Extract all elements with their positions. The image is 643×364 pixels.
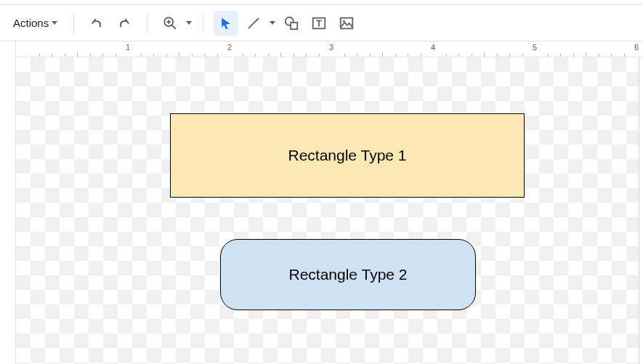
svg-point-9 — [343, 20, 345, 22]
ruler-mark: 1 — [126, 43, 130, 58]
ruler-mark: 5 — [533, 43, 537, 58]
top-border — [0, 0, 643, 5]
canvas-edge — [639, 57, 643, 364]
shape-label: Rectangle Type 1 — [288, 147, 406, 164]
line-tool-button[interactable] — [241, 11, 266, 36]
caret-down-icon — [270, 21, 275, 25]
redo-icon — [116, 15, 132, 31]
shape-rectangle-2[interactable]: Rectangle Type 2 — [220, 239, 476, 310]
toolbar: Actions — [0, 5, 643, 41]
ruler-mark: 2 — [227, 43, 232, 58]
image-tool-button[interactable] — [334, 11, 359, 36]
undo-button[interactable] — [84, 11, 109, 36]
caret-down-icon — [52, 21, 57, 25]
separator — [147, 14, 147, 33]
ruler-mark: 6 — [634, 43, 639, 58]
line-dropdown[interactable] — [266, 18, 276, 28]
zoom-dropdown[interactable] — [182, 18, 193, 28]
redo-button[interactable] — [112, 11, 137, 36]
image-icon — [339, 15, 355, 31]
select-tool-button[interactable] — [214, 11, 238, 36]
svg-rect-6 — [291, 23, 297, 29]
ruler-mark: 4 — [431, 43, 435, 58]
workspace: 123456 Rectangle Type 1 Rectangle Type 2 — [0, 41, 643, 364]
actions-menu-button[interactable]: Actions — [7, 12, 63, 33]
separator — [203, 14, 203, 33]
cursor-icon — [219, 16, 233, 31]
caret-down-icon — [186, 21, 192, 25]
textbox-icon — [311, 15, 327, 31]
shape-label: Rectangle Type 2 — [288, 266, 407, 283]
vertical-ruler[interactable] — [0, 41, 16, 364]
actions-label: Actions — [13, 17, 49, 29]
canvas[interactable]: Rectangle Type 1 Rectangle Type 2 — [16, 57, 643, 364]
shape-rectangle-1[interactable]: Rectangle Type 1 — [170, 113, 525, 198]
horizontal-ruler[interactable]: 123456 — [16, 41, 643, 57]
line-icon — [246, 15, 262, 31]
svg-line-4 — [249, 18, 259, 28]
undo-icon — [89, 15, 105, 31]
shape-icon — [283, 15, 299, 31]
zoom-icon — [162, 15, 178, 31]
svg-rect-8 — [341, 17, 353, 28]
textbox-tool-button[interactable] — [307, 11, 331, 36]
ruler-mark: 3 — [329, 43, 333, 58]
zoom-button[interactable] — [158, 11, 182, 36]
svg-line-1 — [172, 25, 176, 28]
shape-tool-button[interactable] — [279, 11, 304, 36]
separator — [73, 14, 74, 33]
